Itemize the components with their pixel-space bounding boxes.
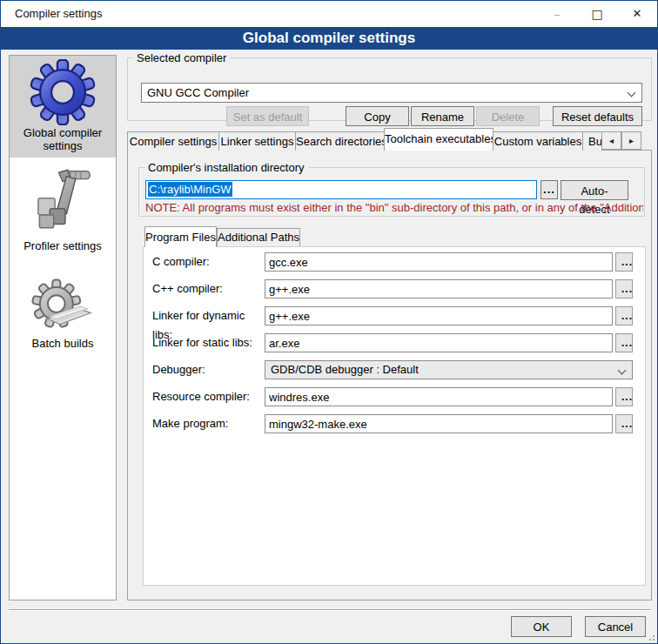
cpp-compiler-browse-button[interactable]: ...: [615, 279, 633, 299]
delete-button[interactable]: Delete: [476, 106, 540, 126]
cancel-button[interactable]: Cancel: [585, 616, 646, 637]
close-icon[interactable]: ✕: [617, 1, 657, 27]
debugger-select-value: GDB/CDB debugger : Default: [271, 363, 419, 376]
make-program-label: Make program:: [152, 414, 264, 433]
tab-toolchain-executables[interactable]: Toolchain executables: [384, 128, 494, 151]
page-title: Global compiler settings: [1, 27, 657, 50]
linker-dynamic-input[interactable]: [265, 306, 613, 325]
compiler-select[interactable]: GNU GCC Compiler: [141, 83, 642, 103]
program-files-panel: C compiler: ... C++ compiler: ... Linker…: [143, 246, 646, 586]
footer-separator: [9, 609, 651, 611]
installation-directory-input[interactable]: C:\raylib\MinGW: [145, 180, 537, 199]
sidebar-item-label: Global compiler settings: [10, 126, 116, 152]
installation-directory-browse-button[interactable]: ...: [540, 180, 558, 199]
linker-static-browse-button[interactable]: ...: [615, 333, 633, 352]
tab-scroll-right-icon[interactable]: ▸: [621, 131, 641, 150]
sidebar-item-profiler-settings[interactable]: Profiler settings: [10, 164, 116, 261]
tab-search-directories[interactable]: Search directories: [295, 131, 385, 151]
auto-detect-button[interactable]: Auto-detect: [561, 180, 628, 200]
sidebar-item-label: Profiler settings: [10, 239, 116, 252]
set-as-default-button[interactable]: Set as default: [226, 106, 309, 126]
window-title: Compiler settings: [15, 1, 102, 27]
debugger-select[interactable]: GDB/CDB debugger : Default: [265, 360, 633, 379]
blue-gear-icon: [30, 59, 96, 125]
tab-build-options[interactable]: Builc: [582, 131, 601, 151]
rename-button[interactable]: Rename: [411, 106, 474, 126]
c-compiler-label: C compiler:: [152, 252, 264, 272]
selected-compiler-group: Selected compiler GNU GCC Compiler Set a…: [127, 51, 652, 121]
linker-static-label: Linker for static libs:: [152, 333, 264, 352]
copy-button[interactable]: Copy: [346, 106, 409, 126]
sidebar-item-global-compiler-settings[interactable]: Global compiler settings: [10, 56, 116, 158]
sidebar-item-batch-builds[interactable]: Batch builds: [10, 275, 116, 366]
make-program-browse-button[interactable]: ...: [615, 414, 633, 433]
resource-compiler-label: Resource compiler:: [152, 387, 264, 406]
compiler-settings-dialog: Compiler settings – □ ✕ Global compiler …: [0, 0, 658, 644]
minimize-icon[interactable]: –: [537, 1, 577, 27]
installation-directory-note: NOTE: All programs must exist either in …: [145, 201, 643, 215]
linker-static-input[interactable]: [265, 333, 613, 352]
resource-compiler-input[interactable]: [265, 387, 613, 406]
c-compiler-input[interactable]: [265, 252, 613, 272]
ok-button[interactable]: OK: [511, 616, 572, 637]
tab-linker-settings[interactable]: Linker settings: [218, 131, 296, 151]
make-program-input[interactable]: [265, 414, 613, 433]
resize-grip[interactable]: [646, 632, 655, 641]
resource-compiler-browse-button[interactable]: ...: [615, 387, 633, 406]
maximize-icon[interactable]: □: [577, 1, 617, 27]
debugger-label: Debugger:: [152, 360, 264, 379]
tab-custom-variables[interactable]: Custom variables: [493, 131, 583, 151]
installation-directory-value: C:\raylib\MinGW: [148, 182, 232, 197]
chevron-down-icon: [618, 366, 627, 375]
settings-category-list: Global compiler settings Profiler se: [9, 55, 117, 600]
gray-gear-stack-icon: [31, 278, 94, 336]
cpp-compiler-label: C++ compiler:: [152, 279, 264, 299]
tab-scroll-left-icon[interactable]: ◂: [601, 131, 621, 150]
selected-compiler-group-label: Selected compiler: [133, 51, 230, 64]
linker-dynamic-browse-button[interactable]: ...: [615, 306, 633, 325]
tab-compiler-settings[interactable]: Compiler settings: [127, 131, 219, 151]
sidebar-item-label: Batch builds: [10, 337, 116, 350]
compiler-select-value: GNU GCC Compiler: [147, 86, 249, 99]
caliper-icon: [30, 167, 95, 238]
subtab-additional-paths[interactable]: Additional Paths: [217, 228, 300, 246]
chevron-down-icon: [628, 89, 636, 97]
reset-defaults-button[interactable]: Reset defaults: [553, 106, 642, 126]
title-bar: Compiler settings – □ ✕: [1, 1, 657, 27]
cpp-compiler-input[interactable]: [265, 279, 613, 299]
subtab-program-files[interactable]: Program Files: [144, 226, 217, 247]
installation-directory-group-label: Compiler's installation directory: [144, 161, 308, 174]
c-compiler-browse-button[interactable]: ...: [615, 252, 633, 272]
